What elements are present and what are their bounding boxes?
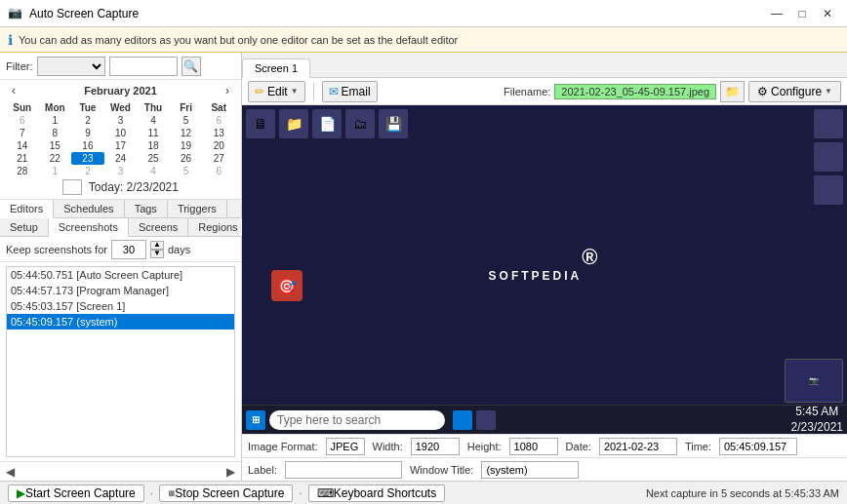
calendar-cell[interactable]: 27 [202,152,235,165]
email-button[interactable]: ✉ Email [322,81,378,102]
calendar-cell[interactable]: 21 [6,152,39,165]
configure-dropdown-arrow: ▼ [825,87,832,96]
calendar-cell[interactable]: 3 [104,114,138,127]
status-dot: · [150,486,153,500]
keyboard-shortcuts-button[interactable]: ⌨ Keyboard Shortcuts [308,485,445,502]
taskbar-time: 5:45 AM 2/23/2021 [791,405,843,434]
calendar-cell[interactable]: 6 [6,114,39,127]
close-button[interactable]: ✕ [816,5,839,22]
today-label: Today: 2/23/2021 [89,180,179,194]
calendar-cell[interactable]: 4 [137,165,170,177]
filter-select[interactable] [37,57,105,76]
cal-day-wed: Wed [104,101,138,114]
maximize-button[interactable]: □ [790,5,814,22]
desktop-icon-r1 [814,109,843,138]
calendar-cell[interactable]: 22 [39,152,72,165]
image-info-row2: Label: Window Title: (system) [242,457,847,481]
calendar-cell[interactable]: 11 [137,127,170,139]
time-value: 05:45:09.157 [719,438,797,455]
filter-input[interactable] [109,57,178,76]
calendar-cell[interactable]: 9 [71,127,104,139]
calendar-cell[interactable]: 1 [39,114,72,127]
calendar-prev-button[interactable]: ‹ [6,84,21,97]
taskbar-clock: 5:45 AM [791,405,843,420]
email-label: Email [342,85,371,98]
start-capture-label: Start Screen Capture [25,486,136,500]
list-item[interactable]: 05:45:03.157 [Screen 1] [7,298,234,314]
calendar-cell[interactable]: 3 [104,165,138,177]
desktop-icon-2: 📁 [279,109,308,138]
calendar-cell[interactable]: 5 [170,165,203,177]
calendar-cell[interactable]: 5 [170,114,203,127]
calendar-cell[interactable]: 1 [39,165,72,177]
calendar-cell[interactable]: 4 [137,114,170,127]
start-capture-button[interactable]: ▶ Start Screen Capture [8,485,144,502]
calendar-cell[interactable]: 6 [202,114,235,127]
tab-tags[interactable]: Tags [125,200,168,217]
edit-label: Edit [267,85,288,98]
configure-button[interactable]: ⚙ Configure ▼ [748,81,841,102]
calendar-cell[interactable]: 8 [39,127,72,139]
calendar-cell[interactable]: 25 [137,152,170,165]
calendar-cell[interactable]: 20 [202,139,235,152]
cal-day-fri: Fri [170,101,203,114]
calendar-cell[interactable]: 28 [6,165,39,177]
cal-day-sat: Sat [202,101,235,114]
sub-tab-screens[interactable]: Screens [129,218,188,236]
tab-triggers[interactable]: Triggers [168,200,227,217]
sub-tab-bar: Setup Screenshots Screens Regions [0,218,241,237]
sub-tab-setup[interactable]: Setup [0,218,49,236]
sub-tab-regions[interactable]: Regions [188,218,248,236]
desktop-icon-1: 🖥 [246,109,275,138]
calendar-cell[interactable]: 18 [137,139,170,152]
keep-spin-down[interactable]: ▼ [150,250,164,258]
calendar-cell[interactable]: 10 [104,127,138,139]
calendar-cell[interactable]: 2 [71,114,104,127]
edit-button[interactable]: ✏ Edit ▼ [248,81,305,102]
tab-editors[interactable]: Editors [0,200,54,218]
calendar-cell[interactable]: 19 [170,139,203,152]
status-dot2: · [299,486,302,500]
calendar-cell[interactable]: 13 [202,127,235,139]
configure-label: Configure [771,85,822,98]
main-layout: Filter: 🔍 ‹ February 2021 › Sun Mon Tue … [0,53,847,481]
calendar-grid: Sun Mon Tue Wed Thu Fri Sat 612345678910… [6,101,235,177]
desktop-taskbar: ⊞ Type here to search 5:45 AM 2/23/2021 … [242,405,847,434]
tab-schedules[interactable]: Schedules [54,200,124,217]
calendar-cell[interactable]: 15 [39,139,72,152]
folder-button[interactable]: 📁 [720,81,745,102]
calendar-cell[interactable]: 23 [71,152,104,165]
calendar-cell[interactable]: 24 [104,152,138,165]
screen-thumbnail: 📷 [785,359,843,403]
keep-input[interactable] [111,240,146,259]
calendar-cell[interactable]: 12 [170,127,203,139]
screen-tab-1[interactable]: Screen 1 [242,58,310,78]
minimize-button[interactable]: — [765,5,788,22]
calendar-cell[interactable]: 6 [202,165,235,177]
width-label: Width: [373,441,403,452]
screen-tab-bar: Screen 1 [242,53,847,78]
taskbar-date: 2/23/2021 [791,420,843,435]
calendar-cell[interactable]: 14 [6,139,39,152]
keyboard-icon: ⌨ [317,486,334,500]
scroll-right-button[interactable]: ▶ [226,464,235,479]
list-item[interactable]: 05:44:57.173 [Program Manager] [7,283,234,298]
list-item[interactable]: 05:44:50.751 [Auto Screen Capture] [7,267,234,283]
left-panel: Filter: 🔍 ‹ February 2021 › Sun Mon Tue … [0,53,242,481]
keep-label: Keep screenshots for [6,244,107,255]
filter-search-button[interactable]: 🔍 [182,57,201,76]
calendar-cell[interactable]: 2 [71,165,104,177]
taskbar-start: ⊞ [246,410,265,430]
scroll-left-button[interactable]: ◀ [6,464,15,479]
desktop-icon-r3 [814,175,843,205]
screenshot-list[interactable]: 05:44:50.751 [Auto Screen Capture]05:44:… [6,266,235,457]
list-item[interactable]: 05:45:09.157 (system) [7,314,234,330]
stop-capture-button[interactable]: ■ Stop Screen Capture [159,485,293,502]
calendar-cell[interactable]: 7 [6,127,39,139]
sub-tab-screenshots[interactable]: Screenshots [49,218,129,237]
calendar-cell[interactable]: 16 [71,139,104,152]
calendar-cell[interactable]: 26 [170,152,203,165]
calendar-next-button[interactable]: › [220,84,235,97]
calendar-cell[interactable]: 17 [104,139,138,152]
toolbar-sep-1 [313,83,314,100]
